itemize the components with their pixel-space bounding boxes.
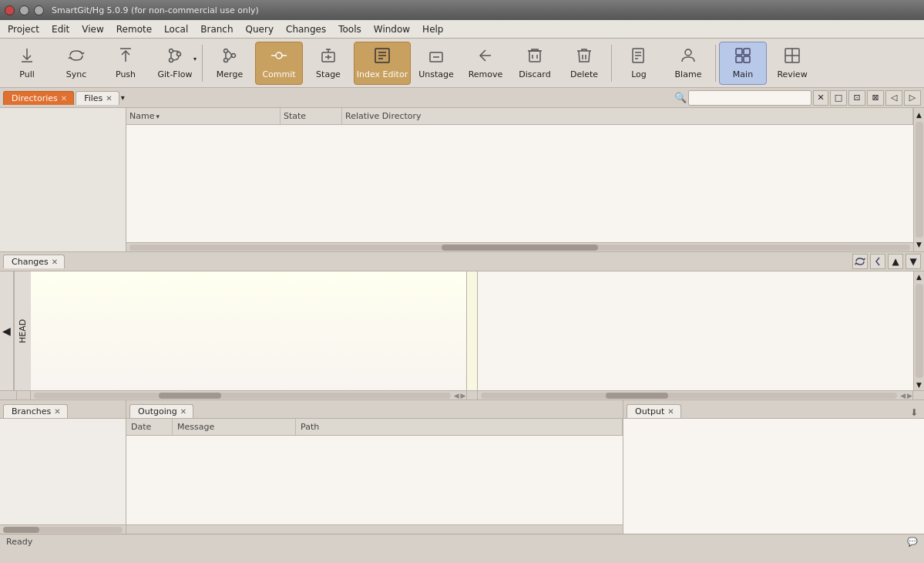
outgoing-col-message[interactable]: Message — [173, 419, 296, 435]
files-table: Name ▾ State Relative Directory — [126, 108, 913, 251]
changes-hscroll-head-spacer — [17, 391, 31, 399]
review-button[interactable]: Review — [768, 42, 816, 85]
search-clear-button[interactable]: ✕ — [813, 90, 828, 106]
menubar: Project Edit View Remote Local Branch Qu… — [0, 20, 924, 39]
tab-directories[interactable]: Directories ✕ — [3, 91, 74, 105]
tab-output-label: Output — [635, 406, 664, 416]
tab-changes-label: Changes — [12, 257, 49, 267]
changes-vscroll-up-icon[interactable]: ▲ — [915, 271, 923, 282]
tab-outgoing-close-icon[interactable]: ✕ — [180, 407, 186, 416]
svg-point-9 — [224, 59, 228, 62]
delete-label: Delete — [570, 69, 598, 79]
tab-output-close-icon[interactable]: ✕ — [667, 407, 674, 416]
files-scrollbar-horizontal[interactable] — [126, 242, 913, 251]
blame-button[interactable]: Blame — [664, 42, 712, 85]
maximize-button[interactable] — [34, 5, 44, 15]
outgoing-col-path[interactable]: Path — [296, 419, 623, 435]
file-copy-button[interactable]: □ — [830, 90, 847, 106]
file-action-button-4[interactable]: ▷ — [904, 90, 921, 106]
changes-actions: ▲ ▼ — [852, 254, 921, 269]
changes-refresh-button[interactable] — [852, 254, 868, 269]
gitflow-button[interactable]: Git-Flow ▾ — [151, 42, 199, 85]
hscroll-left-arrow2-icon[interactable]: ▶ — [461, 392, 466, 399]
menu-remote[interactable]: Remote — [110, 22, 158, 36]
sync-button[interactable]: Sync — [52, 42, 100, 85]
top-tab-row: Directories ✕ Files ✕ ▾ 🔍 ✕ □ ⊡ ⊠ ◁ ▷ — [0, 88, 924, 108]
close-button[interactable] — [5, 5, 15, 15]
menu-changes[interactable]: Changes — [280, 22, 332, 36]
column-reldir[interactable]: Relative Directory — [342, 108, 913, 124]
menu-edit[interactable]: Edit — [45, 22, 76, 36]
tab-directories-close-icon[interactable]: ✕ — [61, 94, 67, 103]
files-vscroll-down-icon[interactable]: ▼ — [915, 239, 923, 250]
svg-rect-37 — [736, 56, 742, 62]
tab-changes[interactable]: Changes ✕ — [3, 255, 65, 268]
delete-button[interactable]: Delete — [560, 42, 608, 85]
output-panel: Output ✕ ⬇ — [623, 400, 924, 534]
file-action-button-3[interactable]: ◁ — [885, 90, 902, 106]
pull-button[interactable]: Pull — [3, 42, 51, 85]
push-button[interactable]: Push — [102, 42, 150, 85]
hscroll-right-arrow2-icon[interactable]: ▶ — [907, 392, 912, 399]
hscroll-right-arrow-icon[interactable]: ◀ — [900, 392, 906, 399]
bottom-area: Branches ✕ Outgoing ✕ Date Message — [0, 399, 924, 534]
files-vscroll-up-icon[interactable]: ▲ — [915, 110, 923, 120]
files-vscroll[interactable]: ▲ ▼ — [913, 108, 924, 251]
menu-help[interactable]: Help — [416, 22, 449, 36]
commit-label: Commit — [262, 69, 295, 79]
indexeditor-button[interactable]: Index Editor — [354, 42, 411, 85]
tab-output[interactable]: Output ✕ — [627, 404, 681, 418]
outgoing-col-message-label: Message — [177, 422, 214, 432]
stage-button[interactable]: Stage — [304, 42, 352, 85]
discard-button[interactable]: Discard — [511, 42, 559, 85]
column-state[interactable]: State — [281, 108, 342, 124]
column-name-label: Name — [129, 111, 154, 121]
menu-query[interactable]: Query — [240, 22, 280, 36]
menu-view[interactable]: View — [76, 22, 109, 36]
search-icon: 🔍 — [674, 92, 687, 103]
remove-button[interactable]: Remove — [462, 42, 509, 85]
branches-hscroll[interactable] — [0, 524, 126, 534]
hscroll-left-arrow-icon[interactable]: ◀ — [454, 392, 459, 399]
file-action-button-2[interactable]: ⊠ — [867, 90, 884, 106]
log-button[interactable]: Log — [615, 42, 663, 85]
commit-button[interactable]: Commit — [255, 42, 303, 85]
toolbar: Pull Sync Push — [0, 39, 924, 88]
tab-branches-close-icon[interactable]: ✕ — [54, 407, 60, 416]
tab-branches[interactable]: Branches ✕ — [3, 404, 68, 418]
outgoing-col-date-label: Date — [131, 422, 151, 432]
outgoing-hscroll[interactable] — [126, 524, 623, 534]
column-name[interactable]: Name ▾ — [126, 108, 281, 124]
gitflow-arrow-icon: ▾ — [193, 56, 197, 62]
search-input[interactable] — [688, 90, 811, 106]
menu-project[interactable]: Project — [2, 22, 45, 36]
tab-dropdown-arrow-icon[interactable]: ▾ — [121, 93, 125, 102]
changes-back-button[interactable] — [870, 254, 885, 269]
blame-icon — [679, 46, 697, 68]
changes-up-button[interactable]: ▲ — [888, 254, 903, 269]
remove-label: Remove — [469, 69, 503, 79]
menu-window[interactable]: Window — [368, 22, 416, 36]
changes-vscroll[interactable]: ▲ ▼ — [913, 271, 924, 390]
changes-hscroll-right[interactable]: ◀ ▶ — [478, 391, 914, 399]
indexeditor-icon — [373, 46, 391, 68]
menu-branch[interactable]: Branch — [194, 22, 239, 36]
tab-files[interactable]: Files ✕ — [76, 91, 119, 105]
changes-down-button[interactable]: ▼ — [906, 254, 921, 269]
menu-tools[interactable]: Tools — [332, 22, 368, 36]
head-expand-button[interactable]: ◀ — [0, 271, 14, 390]
menu-local[interactable]: Local — [158, 22, 194, 36]
outgoing-col-date[interactable]: Date — [126, 419, 173, 435]
tab-outgoing[interactable]: Outgoing ✕ — [129, 404, 193, 418]
changes-vscroll-down-icon[interactable]: ▼ — [915, 379, 923, 390]
output-scroll-to-end-button[interactable]: ⬇ — [907, 407, 921, 418]
unstage-button[interactable]: Unstage — [412, 42, 460, 85]
merge-button[interactable]: Merge — [206, 42, 254, 85]
file-action-button-1[interactable]: ⊡ — [848, 90, 865, 106]
changes-hscroll-left[interactable]: ◀ ▶ — [31, 391, 467, 399]
pull-label: Pull — [19, 69, 35, 79]
minimize-button[interactable] — [19, 5, 29, 15]
tab-changes-close-icon[interactable]: ✕ — [52, 258, 58, 266]
main-button[interactable]: Main — [719, 42, 767, 85]
tab-files-close-icon[interactable]: ✕ — [106, 94, 112, 103]
